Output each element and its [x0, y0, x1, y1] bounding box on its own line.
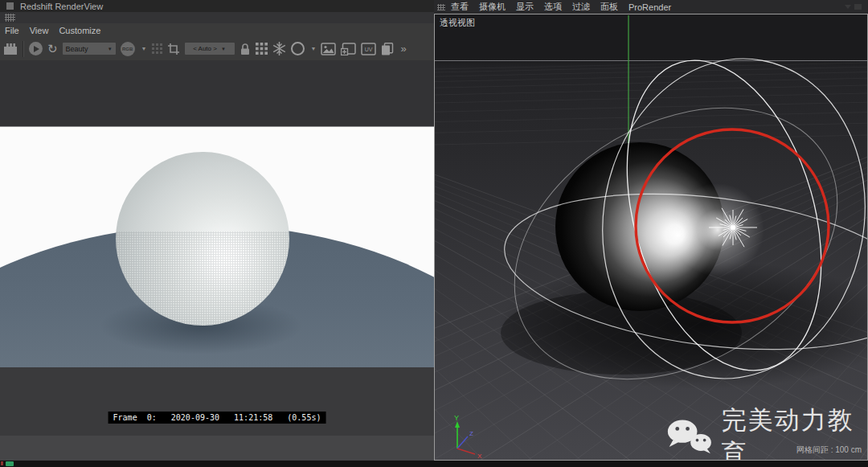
- play-icon: [29, 42, 43, 55]
- save-snapshot-button[interactable]: [3, 39, 18, 59]
- menu-prorender[interactable]: ProRender: [628, 2, 671, 12]
- region-caret[interactable]: ▼: [311, 46, 317, 51]
- axis-label-z: Z: [469, 430, 473, 437]
- viewport-scene: [435, 14, 867, 460]
- show-image-button[interactable]: [321, 39, 336, 59]
- grip-handle-icon[interactable]: [437, 4, 445, 10]
- light-glow: [671, 183, 764, 277]
- menu-filter-cn[interactable]: 过滤: [572, 1, 590, 13]
- menu-display-cn[interactable]: 显示: [516, 1, 534, 13]
- svg-text:UV: UV: [365, 47, 373, 52]
- crop-region-button[interactable]: [167, 39, 180, 59]
- lock-button[interactable]: [240, 39, 251, 59]
- screen: Redshift RenderView File View Customize …: [0, 0, 868, 467]
- toolbar-divider: [23, 41, 24, 57]
- menubar-dim-icons[interactable]: [845, 4, 862, 10]
- chevron-down-icon: ▼: [221, 47, 226, 51]
- menu-camera-cn[interactable]: 摄像机: [479, 1, 506, 13]
- chevron-down-icon: ▼: [108, 47, 113, 51]
- window-titlebar[interactable]: Redshift RenderView: [0, 0, 434, 12]
- menu-panel-cn[interactable]: 面板: [600, 1, 618, 13]
- menu-view[interactable]: View: [30, 26, 49, 35]
- viewport-name-label[interactable]: 透视视图: [440, 17, 475, 29]
- freeze-snowflake-button[interactable]: [272, 39, 286, 59]
- copy-to-clipboard-button[interactable]: [381, 39, 394, 59]
- grip-handle-icon[interactable]: [5, 14, 15, 22]
- region-circle-button[interactable]: [291, 39, 305, 59]
- snapshot-slot-value: < Auto >: [193, 45, 217, 52]
- window-bottom-strip: [0, 436, 434, 461]
- axis-label-x: X: [477, 453, 482, 460]
- viewport-menubar: 查看 摄像机 显示 选项 过滤 面板 ProRender: [434, 0, 868, 14]
- render-canvas[interactable]: [0, 126, 434, 367]
- disabled-grid-button: [152, 39, 162, 59]
- taskbar-red-fragment: [1, 461, 3, 465]
- render-footer-area: Frame 0: 2020-09-30 11:21:58 (0.55s): [0, 367, 434, 436]
- start-render-button[interactable]: [29, 39, 43, 59]
- menu-view-cn[interactable]: 查看: [451, 1, 469, 13]
- dock-grip-row: [0, 12, 434, 23]
- uv-view-button[interactable]: UV: [361, 39, 376, 59]
- circle-icon: [291, 42, 305, 55]
- axis-gizmo: Y Z X: [443, 413, 491, 460]
- add-image-button[interactable]: [341, 39, 356, 59]
- menu-customize[interactable]: Customize: [59, 26, 100, 35]
- rgb-mode-icon: RGB: [121, 42, 135, 56]
- restart-render-button[interactable]: ↻: [47, 39, 58, 59]
- render-margin-area: [0, 60, 434, 126]
- taskbar-green-icon[interactable]: [6, 461, 14, 466]
- render-pass-dropdown[interactable]: Beauty ▼: [63, 43, 116, 55]
- renderview-menubar: File View Customize: [0, 23, 434, 37]
- perspective-viewport[interactable]: 透视视图 完美动力教育 Y Z X 网格间距 : 100 cm: [434, 14, 868, 461]
- grid-spacing-label: 网格间距 : 100 cm: [796, 444, 862, 456]
- menu-file[interactable]: File: [5, 26, 19, 35]
- bottom-taskbar-strip: [0, 461, 868, 467]
- wechat-icon: [666, 418, 714, 457]
- app-icon: [6, 2, 14, 10]
- snapshot-grid-button[interactable]: [256, 39, 268, 59]
- render-pass-value: Beauty: [66, 45, 88, 53]
- display-mode-button[interactable]: RGB: [121, 39, 135, 59]
- renderview-toolbar: ↻ Beauty ▼ RGB ▼ < Auto > ▼: [0, 37, 434, 60]
- toolbar-overflow-button[interactable]: »: [400, 39, 406, 59]
- rendered-sphere: [116, 152, 289, 326]
- redshift-renderview-window: Redshift RenderView File View Customize …: [0, 0, 434, 461]
- menu-options-cn[interactable]: 选项: [544, 1, 562, 13]
- point-light-core: [731, 225, 735, 229]
- display-mode-caret[interactable]: ▼: [141, 46, 147, 51]
- snapshot-slot-dropdown[interactable]: < Auto > ▼: [185, 43, 235, 55]
- axis-label-y: Y: [454, 414, 459, 422]
- window-title: Redshift RenderView: [20, 2, 103, 11]
- render-status-label: Frame 0: 2020-09-30 11:21:58 (0.55s): [108, 412, 326, 424]
